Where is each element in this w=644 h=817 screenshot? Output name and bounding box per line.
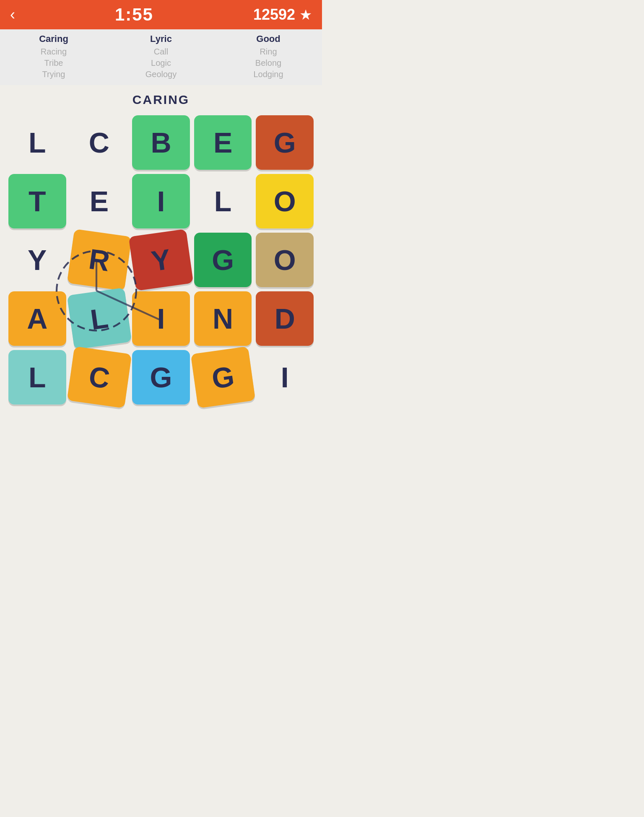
tile-2-0[interactable]: Y (8, 233, 66, 287)
tile-3-3[interactable]: N (194, 291, 252, 346)
word-item-geology: Geology (145, 70, 177, 79)
tile-1-4[interactable]: O (256, 174, 314, 228)
back-button[interactable]: ‹ (10, 6, 15, 23)
tile-0-0[interactable]: L (8, 115, 66, 170)
tile-4-0[interactable]: L (8, 350, 66, 405)
tile-3-1[interactable]: L (67, 288, 131, 350)
tile-1-0[interactable]: T (8, 174, 66, 228)
word-lists: Caring Racing Tribe Trying Lyric Call Lo… (0, 29, 322, 85)
tile-0-2[interactable]: B (132, 115, 190, 170)
tile-0-4[interactable]: G (256, 115, 314, 170)
word-column-lyric: Lyric Call Logic Geology (107, 34, 215, 79)
tile-2-1[interactable]: R (67, 229, 131, 291)
game-grid[interactable]: L C B E G T E I L O Y R Y G O A L I N D … (0, 111, 322, 413)
tile-0-3[interactable]: E (194, 115, 252, 170)
tile-4-1[interactable]: C (67, 346, 131, 408)
word-item-tribe: Tribe (44, 58, 63, 68)
word-item-ring: Ring (260, 47, 277, 57)
word-column-caring: Caring Racing Tribe Trying (0, 34, 107, 79)
tile-2-3[interactable]: G (194, 233, 252, 287)
tile-4-3[interactable]: G (190, 346, 255, 408)
header: ‹ 1:55 12592 ★ (0, 0, 322, 29)
timer-display: 1:55 (115, 5, 153, 25)
star-icon: ★ (299, 6, 312, 23)
word-column-good: Good Ring Belong Lodging (215, 34, 322, 79)
tile-1-2[interactable]: I (132, 174, 190, 228)
word-column-header-caring: Caring (39, 34, 68, 44)
tile-1-3[interactable]: L (194, 174, 252, 228)
word-item-logic: Logic (151, 58, 171, 68)
tile-4-2[interactable]: G (132, 350, 190, 405)
word-item-trying: Trying (42, 70, 65, 79)
score-area: 12592 ★ (253, 6, 312, 23)
tile-3-0[interactable]: A (8, 291, 66, 346)
tile-1-1[interactable]: E (70, 174, 128, 228)
score-display: 12592 (253, 6, 295, 23)
tile-4-4[interactable]: I (256, 350, 314, 405)
word-item-call: Call (154, 47, 168, 57)
word-column-header-good: Good (256, 34, 280, 44)
tile-2-2[interactable]: Y (129, 229, 193, 291)
word-column-header-lyric: Lyric (150, 34, 172, 44)
word-item-belong: Belong (255, 58, 281, 68)
current-word-display: CARING (0, 85, 322, 111)
word-item-lodging: Lodging (253, 70, 283, 79)
tile-3-2[interactable]: I (132, 291, 190, 346)
tile-3-4[interactable]: D (256, 291, 314, 346)
word-item-racing: Racing (41, 47, 67, 57)
tile-0-1[interactable]: C (70, 115, 128, 170)
tile-2-4[interactable]: O (256, 233, 314, 287)
